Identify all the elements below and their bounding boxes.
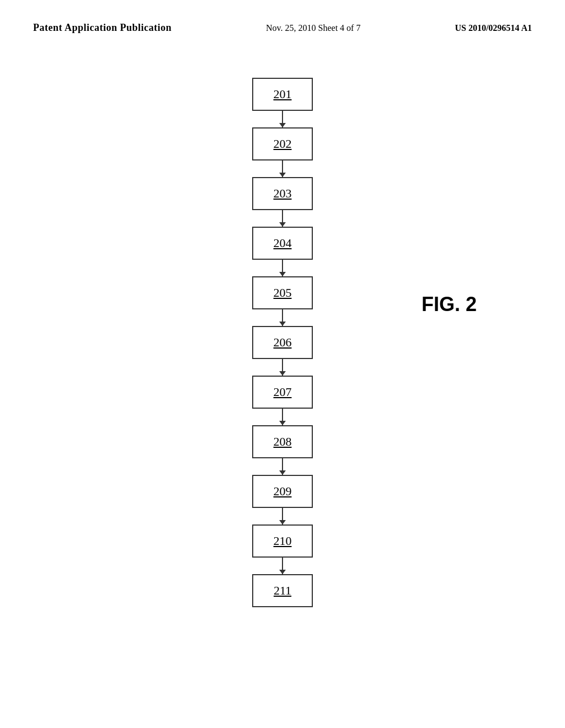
node-211: 211 [252,574,313,607]
node-207: 207 [252,376,313,409]
connector-210-211 [282,558,283,574]
header-date-sheet-label: Nov. 25, 2010 Sheet 4 of 7 [266,23,360,33]
connector-202-203 [282,160,283,177]
connector-204-205 [282,260,283,276]
header-patent-number-label: US 2010/0296514 A1 [455,23,532,33]
header-publication-label: Patent Application Publication [33,22,172,34]
figure-label: FIG. 2 [422,293,477,316]
diagram-area: 201 202 203 204 205 206 207 208 [0,45,565,607]
node-203: 203 [252,177,313,210]
node-208: 208 [252,425,313,458]
node-206: 206 [252,326,313,359]
page-header: Patent Application Publication Nov. 25, … [0,0,565,45]
node-205: 205 [252,276,313,309]
node-210: 210 [252,524,313,558]
connector-205-206 [282,309,283,326]
connector-201-202 [282,111,283,127]
connector-209-210 [282,508,283,524]
connector-208-209 [282,458,283,475]
node-204: 204 [252,227,313,260]
flowchart: 201 202 203 204 205 206 207 208 [252,78,313,607]
connector-207-208 [282,409,283,425]
node-201: 201 [252,78,313,111]
node-209: 209 [252,475,313,508]
node-202: 202 [252,127,313,160]
connector-206-207 [282,359,283,376]
connector-203-204 [282,210,283,227]
